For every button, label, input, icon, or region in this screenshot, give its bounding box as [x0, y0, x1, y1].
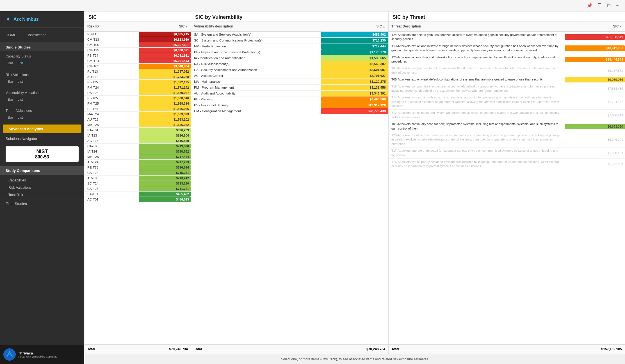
table-row[interactable]: SC-T24 $713,230: [85, 181, 191, 186]
study-item-capabilities[interactable]: Capabilities: [0, 177, 84, 184]
vuln-table-row[interactable]: SC - System and Communications Protectio…: [191, 38, 388, 43]
table-row[interactable]: CM-T05 $6,057,651: [85, 42, 191, 48]
threat-bar[interactable]: Bar: [6, 115, 15, 120]
threat-table-row[interactable]: T12-Attackers exploit users and system a…: [389, 110, 625, 121]
vuln-table-row[interactable]: CA - Security Assessment and Authorizati…: [191, 67, 388, 73]
risk-id-cell: CM-T01: [85, 64, 139, 69]
vuln-table-row[interactable]: PS - Personnel Security $12,917,126: [191, 102, 388, 108]
table-row[interactable]: AC-T24 $717,223: [85, 160, 191, 165]
filter-studies[interactable]: Filter Studies: [0, 199, 84, 208]
vuln-sic-cell: $1,535,665: [321, 55, 388, 61]
sic-value-cell: $715,251: [139, 170, 191, 175]
threat-desc-cell: T20-Attackers escalate their privileges …: [389, 132, 565, 147]
vuln-sic-cell: $6,493,588: [321, 96, 388, 102]
threat-panel: SIC by Threat Threat Description SIC T24…: [388, 11, 625, 354]
vuln-table-row[interactable]: IA - Identification and Authentication $…: [191, 55, 388, 61]
table-row[interactable]: CA-T25 $711,721: [85, 186, 191, 192]
solutions-navigator[interactable]: Solutions Navigator: [0, 134, 84, 143]
threat-table-row[interactable]: T05-Attackers exploit weak default confi…: [389, 76, 625, 83]
table-row[interactable]: IA-T13 $816,804: [85, 133, 191, 138]
vuln-table-row[interactable]: PL - Planning $6,493,588: [191, 96, 388, 102]
vuln-table-row[interactable]: RA - Risk Assessment(s) $2,566,307: [191, 61, 388, 67]
table-row[interactable]: MA-T25 $1,556,952: [85, 122, 191, 128]
threat-total-row: Total $157,162,985: [389, 344, 625, 354]
threat-sic-cell: $6,663,390: [565, 124, 625, 129]
table-row[interactable]: MP-T25 $717,444: [85, 154, 191, 160]
table-row[interactable]: IA-T24 $718,862: [85, 149, 191, 154]
table-row[interactable]: PE-T25 $716,694: [85, 165, 191, 170]
sic-value-cell: $1,563,102: [139, 117, 191, 122]
table-row[interactable]: PS-T13 $6,885,215: [85, 32, 191, 37]
table-row[interactable]: SA-T01 $455,402: [85, 192, 191, 197]
study-comparisons[interactable]: Study Comparisons: [0, 166, 84, 175]
capability-list[interactable]: List: [15, 61, 25, 66]
vuln-table-row[interactable]: AU - Audit and Accountability $3,346,391: [191, 91, 388, 96]
table-row[interactable]: CA-T24 $715,251: [85, 170, 191, 176]
study-item-total-risk[interactable]: Total Risk: [0, 191, 84, 199]
table-row[interactable]: AU-T25 $1,563,102: [85, 117, 191, 122]
table-row[interactable]: PL-T13 $1,787,052: [85, 69, 191, 74]
table-row[interactable]: PL-T05 $1,568,346: [85, 96, 191, 101]
table-row[interactable]: CM-T25 $6,038,521: [85, 48, 191, 53]
table-row[interactable]: CM-T01 $3,848,864: [85, 64, 191, 69]
threat-sic-cell: $21,168,519: [565, 34, 625, 40]
threat-table-row[interactable]: T16-Attackers exploit poorly designed ne…: [389, 159, 625, 170]
threat-table-row[interactable]: T19-Attackers compromise inactive user a…: [389, 83, 625, 95]
risk-bar[interactable]: Bar: [6, 79, 15, 84]
advanced-analytics[interactable]: Advanced Analytics: [3, 125, 81, 133]
risk-id-cell: AC-T13: [85, 138, 139, 143]
threat-list[interactable]: List: [15, 115, 25, 120]
table-row[interactable]: RA-T24 $1,570,067: [85, 90, 191, 96]
threat-table-row[interactable]: T25-Attackers access data and networks f…: [389, 54, 625, 65]
study-item-risk-valuations[interactable]: Risk Valuations: [0, 184, 84, 191]
th-sic[interactable]: SIC: [138, 23, 191, 30]
threat-table-row[interactable]: T01-Attackers continually scan for new, …: [389, 121, 625, 132]
vuln-table-row[interactable]: CM - Configuration Management $28,770,43…: [191, 108, 388, 114]
th-risk-id[interactable]: Risk ID: [85, 23, 138, 30]
pin-icon[interactable]: 📌: [587, 3, 592, 8]
table-row[interactable]: MA-T24 $1,563,323: [85, 112, 191, 117]
th-vuln-sic[interactable]: SIC: [321, 23, 388, 30]
table-row[interactable]: AU-T13 $1,783,288: [85, 74, 191, 80]
table-row[interactable]: AC-T01 $454,593: [85, 197, 191, 202]
th-vuln-desc[interactable]: Vulnerability description: [191, 23, 321, 30]
threat-table-row[interactable]: T07-Attackers compromise target organiza…: [389, 65, 625, 76]
table-row[interactable]: AC-T13 $816,569: [85, 138, 191, 144]
table-row[interactable]: RA-T01 $996,239: [85, 128, 191, 133]
threat-sic-cell: $9,137,581: [565, 68, 625, 73]
expand-icon[interactable]: ⊡: [607, 3, 611, 8]
threat-table-row[interactable]: T14-Attackers trick a user with an admin…: [389, 94, 625, 110]
table-row[interactable]: PL-T25 $1,572,125: [85, 80, 191, 85]
table-row[interactable]: CA-T05 $719,828: [85, 144, 191, 149]
vuln-list[interactable]: List: [15, 97, 25, 102]
filter-icon[interactable]: ⛉: [597, 3, 602, 8]
table-row[interactable]: CM-T24 $6,001,443: [85, 58, 191, 64]
threat-desc-cell: T07-Attackers compromise target organiza…: [389, 65, 565, 76]
nav-instructions[interactable]: Instructions: [22, 30, 52, 40]
vuln-table-row[interactable]: SA - System and Services Acquisition(s) …: [191, 32, 388, 38]
th-threat-sic[interactable]: SIC: [563, 23, 625, 30]
vuln-table-row[interactable]: MA - Maintenance $3,120,275: [191, 79, 388, 85]
threat-table-row[interactable]: T13-Attackers exploit and infiltrate thr…: [389, 43, 625, 54]
nav-home[interactable]: HOME: [0, 30, 22, 40]
vuln-table-row[interactable]: MP - Media Protection $717,444: [191, 43, 388, 49]
table-row[interactable]: CM-T13 $6,823,959: [85, 37, 191, 42]
risk-list[interactable]: List: [15, 79, 25, 84]
threat-table-row[interactable]: T20-Attackers escalate their privileges …: [389, 132, 625, 148]
vuln-table-row[interactable]: PM - Program Management $3,139,456: [191, 85, 388, 91]
threat-table-row[interactable]: T24-Attackers are able to gain unauthori…: [389, 32, 625, 43]
capability-bar[interactable]: Bar: [6, 61, 15, 66]
threat-desc-cell: T17-Attackers operate undetected for ext…: [389, 148, 565, 158]
th-threat-desc[interactable]: Threat Description: [389, 23, 563, 30]
vuln-table-row[interactable]: PE - Physical and Environmental Protecti…: [191, 49, 388, 55]
table-row[interactable]: PM-T24 $1,571,142: [85, 85, 191, 90]
threat-table-row[interactable]: T17-Attackers operate undetected for ext…: [389, 148, 625, 159]
nist-badge: NIST 800-53: [6, 146, 79, 162]
vuln-bar[interactable]: Bar: [6, 97, 15, 102]
table-row[interactable]: PM-T25 $1,568,314: [85, 101, 191, 106]
table-row[interactable]: PS-T24 $6,031,911: [85, 53, 191, 58]
table-row[interactable]: AC-T05 $713,242: [85, 176, 191, 181]
vuln-table-row[interactable]: AC - Access Control $2,701,627: [191, 73, 388, 79]
more-icon[interactable]: ···: [616, 3, 619, 8]
table-row[interactable]: PL-T24 $1,566,066: [85, 106, 191, 112]
